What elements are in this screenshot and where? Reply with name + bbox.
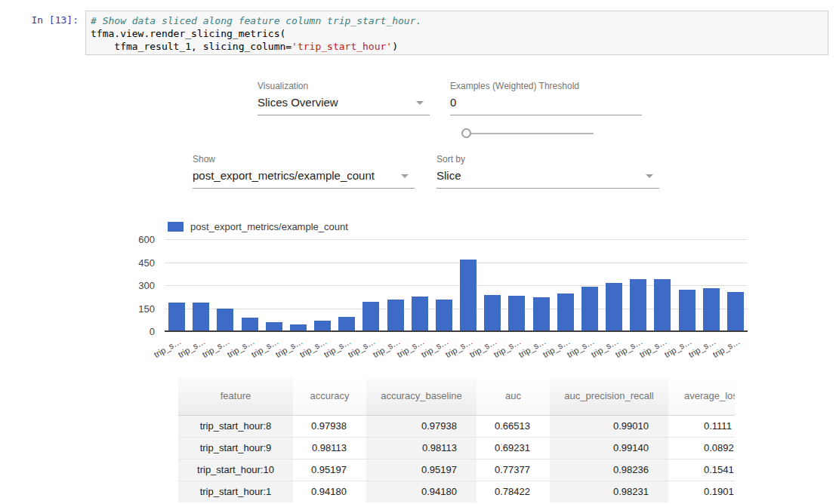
chart-legend: post_export_metrics/example_count (168, 221, 348, 232)
bar-slice-22[interactable] (703, 288, 720, 331)
bar-slice-13[interactable] (484, 295, 501, 331)
y-tick-label: 150 (121, 303, 155, 315)
bar-slice-17[interactable] (581, 287, 598, 331)
metric-cell: 0.98113 (366, 437, 477, 459)
bar-slice-7[interactable] (338, 317, 355, 331)
metric-cell: 0.97938 (366, 415, 477, 437)
chevron-down-icon[interactable] (416, 101, 424, 105)
chevron-down-icon[interactable] (401, 174, 409, 178)
code-string-literal: 'trip_start_hour' (291, 41, 392, 52)
bar-slice-20[interactable] (654, 279, 671, 331)
metric-cell: 0.98113 (293, 437, 366, 459)
column-header-feature[interactable]: feature (178, 377, 293, 415)
legend-swatch (168, 222, 184, 232)
bar-slice-21[interactable] (679, 290, 696, 332)
metric-cell: 0.1111 (668, 415, 735, 437)
table-row[interactable]: trip_start_hour:100.951970.951970.773770… (178, 459, 735, 481)
show-control: Show post_export_metrics/example_count (193, 154, 415, 189)
y-tick-label: 450 (121, 257, 155, 269)
sort-by-selected-value: Slice (436, 169, 461, 182)
feature-cell: trip_start_hour:10 (178, 459, 293, 481)
metric-cell: 0.98236 (550, 459, 668, 481)
gridline (165, 263, 748, 263)
threshold-control: Examples (Weighted) Threshold 0 (450, 81, 642, 115)
cell-input-prompt: In [13]: (0, 14, 79, 26)
bar-slice-1[interactable] (193, 303, 209, 331)
metric-cell: 0.98231 (550, 481, 668, 502)
gridline (165, 239, 748, 240)
bar-slice-9[interactable] (387, 300, 404, 331)
legend-label: post_export_metrics/example_count (190, 221, 348, 232)
x-axis-line (165, 330, 748, 332)
slider-track[interactable] (467, 133, 594, 134)
chart-x-axis-labels: trip_s…trip_s…trip_s…trip_s…trip_s…trip_… (165, 334, 761, 360)
bar-slice-18[interactable] (606, 283, 622, 331)
show-dropdown[interactable]: post_export_metrics/example_count (193, 169, 415, 189)
sort-by-label: Sort by (436, 154, 659, 164)
sort-by-dropdown[interactable]: Slice (436, 169, 659, 189)
show-selected-value: post_export_metrics/example_count (193, 169, 375, 182)
bar-slice-16[interactable] (557, 293, 574, 331)
table-row[interactable]: trip_start_hour:80.979380.979380.665130.… (178, 415, 735, 437)
table-header-row: featureaccuracyaccuracy_baselineaucauc_p… (178, 377, 735, 415)
metric-cell: 0.94180 (366, 481, 477, 502)
metric-cell: 0.99010 (550, 415, 668, 437)
metric-cell: 0.95197 (293, 459, 366, 481)
code-line-3: tfma_result_1, slicing_column='trip_star… (91, 41, 398, 52)
threshold-slider[interactable] (461, 128, 594, 139)
metric-cell: 0.66513 (477, 415, 550, 437)
metric-cell: 0.95197 (366, 459, 477, 481)
chart-y-axis-labels: 0150300450600 (121, 239, 155, 337)
feature-cell: trip_start_hour:8 (178, 415, 293, 437)
bar-slice-12[interactable] (460, 260, 477, 331)
visualization-control: Visualization Slices Overview (258, 81, 430, 115)
code-line-2: tfma.view.render_slicing_metrics( (91, 28, 285, 39)
metric-cell: 0.69231 (477, 437, 550, 459)
metric-cell: 0.94180 (293, 481, 366, 502)
bar-slice-6[interactable] (314, 321, 331, 331)
bar-slice-19[interactable] (630, 279, 646, 331)
bar-slice-11[interactable] (436, 300, 452, 331)
column-header-average_loss[interactable]: average_loss (668, 377, 735, 415)
table-body: trip_start_hour:80.979380.979380.665130.… (178, 415, 735, 502)
feature-cell: trip_start_hour:9 (178, 437, 293, 459)
bar-slice-0[interactable] (168, 303, 185, 331)
column-header-auc_precision_recall[interactable]: auc_precision_recall (550, 377, 668, 415)
threshold-value: 0 (450, 96, 456, 109)
metric-cell: 0.99140 (550, 437, 668, 459)
table-row[interactable]: trip_start_hour:10.941800.941800.784220.… (178, 481, 735, 502)
bar-slice-10[interactable] (412, 297, 428, 331)
bar-slice-15[interactable] (533, 297, 550, 331)
column-header-accuracy_baseline[interactable]: accuracy_baseline (366, 377, 477, 415)
show-label: Show (193, 154, 415, 164)
chart-plot (165, 239, 748, 331)
slider-handle[interactable] (461, 128, 471, 138)
table-row[interactable]: trip_start_hour:90.981130.981130.692310.… (178, 437, 735, 459)
bar-slice-8[interactable] (362, 302, 379, 331)
visualization-selected-value: Slices Overview (258, 96, 338, 109)
metric-cell: 0.0892 (668, 437, 735, 459)
chevron-down-icon[interactable] (646, 174, 653, 178)
y-tick-label: 0 (121, 326, 155, 337)
bar-slice-23[interactable] (727, 292, 744, 331)
metric-cell: 0.1541 (668, 459, 735, 481)
threshold-input[interactable]: 0 (450, 96, 642, 115)
y-tick-label: 300 (121, 280, 155, 291)
code-editor[interactable]: # Show data sliced along feature column … (85, 11, 828, 55)
y-tick-label: 600 (121, 234, 155, 245)
visualization-label: Visualization (258, 81, 430, 91)
bar-slice-14[interactable] (508, 296, 525, 331)
metric-cell: 0.97938 (293, 415, 366, 437)
sort-by-control: Sort by Slice (436, 154, 659, 189)
bar-slice-2[interactable] (217, 309, 233, 331)
notebook-page: In [13]: # Show data sliced along featur… (0, 0, 839, 504)
feature-cell: trip_start_hour:1 (178, 481, 293, 502)
visualization-dropdown[interactable]: Slices Overview (258, 96, 430, 115)
column-header-auc[interactable]: auc (477, 377, 550, 415)
metric-cell: 0.77377 (477, 459, 550, 481)
threshold-label: Examples (Weighted) Threshold (450, 81, 642, 91)
metric-cell: 0.78422 (477, 481, 550, 502)
bar-slice-3[interactable] (242, 318, 258, 331)
column-header-accuracy[interactable]: accuracy (293, 377, 366, 415)
metric-cell: 0.1901 (668, 481, 735, 502)
